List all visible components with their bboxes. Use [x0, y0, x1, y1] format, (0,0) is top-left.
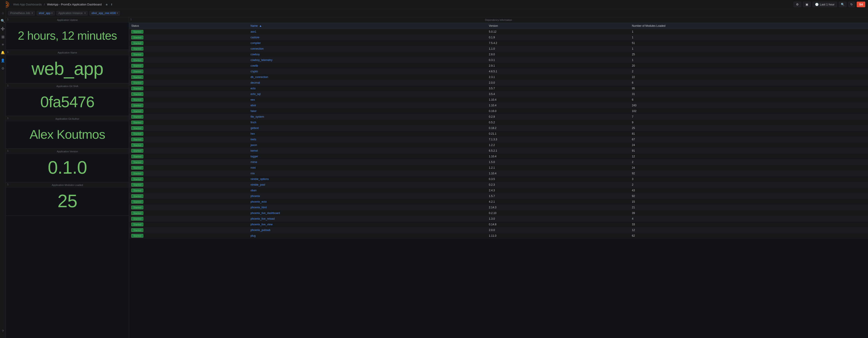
settings-button[interactable]: ⚙	[794, 2, 801, 7]
modules-cell: 4	[630, 216, 868, 222]
modules-cell: 12	[630, 227, 868, 233]
table-row: Startedcowboy2.8.025	[129, 52, 868, 57]
sidebar-settings-icon[interactable]: ⚙	[0, 66, 5, 71]
status-cell: Started	[129, 142, 248, 148]
status-badge: Started	[131, 211, 143, 215]
application-instance-label: Application Instance	[58, 11, 83, 15]
version-cell: 4.6.5.1	[487, 69, 630, 74]
table-row: Startedlogger1.10.412	[129, 154, 868, 159]
status-badge: Started	[131, 87, 143, 90]
share-icon[interactable]: ⬆	[111, 3, 113, 6]
table-row: Startedecto_sql3.5.431	[129, 91, 868, 97]
modules-cell: 33	[630, 222, 868, 227]
breadcrumb-home[interactable]: Web App Dashboards	[13, 3, 42, 6]
uptime-panel-content: 2 hours, 12 minutes	[6, 23, 129, 50]
version-cell: 2.0.0	[487, 80, 630, 86]
table-row: Startedmix1.10.492	[129, 171, 868, 176]
modules-cell: 31	[630, 91, 868, 97]
git-author-value: Alex Koutmos	[30, 128, 105, 141]
modules-value: 25	[58, 192, 77, 210]
zoom-out-button[interactable]: 🔍	[839, 2, 846, 7]
name-cell: phoenix_live_reload	[248, 216, 487, 222]
elixir-app-filter[interactable]: elixir_app ▾	[37, 11, 54, 16]
status-cell: Started	[129, 148, 248, 154]
status-cell: Started	[129, 165, 248, 171]
topbar-right: ⚙ ▣ 🕐 Last 1 hour 🔍 ↻ S4	[794, 2, 865, 7]
version-cell: 5.0.12	[487, 29, 630, 35]
status-badge: Started	[131, 138, 143, 141]
status-cell: Started	[129, 182, 248, 188]
modules-cell: 95	[630, 86, 868, 91]
dependency-table-container[interactable]: Status Name ▲ Version Number of Modules …	[129, 23, 868, 338]
status-badge: Started	[131, 64, 143, 67]
sidebar-add-icon[interactable]: ➕	[0, 26, 6, 31]
status-badge: Started	[131, 47, 143, 51]
dependency-panel-index: 1	[130, 18, 132, 21]
git-sha-panel-content: 0fa5476	[6, 89, 129, 116]
version-cell: 4.2.1	[487, 199, 630, 205]
status-badge: Started	[131, 217, 143, 221]
app-name-panel-header: Application Name	[6, 50, 129, 55]
version-cell: 2.14.3	[487, 205, 630, 210]
name-cell: oban	[248, 188, 487, 193]
time-range-label: Last 1 hour	[820, 3, 835, 6]
col-status-header[interactable]: Status	[129, 23, 248, 29]
name-cell: cowboy	[248, 52, 487, 57]
col-version-header[interactable]: Version	[487, 23, 630, 29]
uptime-panel-index: 1	[7, 18, 9, 21]
left-panels: 1 Application Uptime 2 hours, 12 minutes…	[6, 17, 129, 338]
version-cell: 0.3.5	[487, 176, 630, 182]
name-cell: mime	[248, 159, 487, 165]
version-cell: 2.3.1	[487, 74, 630, 80]
status-badge: Started	[131, 183, 143, 187]
status-badge: Started	[131, 149, 143, 152]
sidebar-alerting-icon[interactable]: 🔔	[0, 50, 6, 55]
table-row: Startedkernel6.5.2.191	[129, 148, 868, 154]
table-row: Startedfile_system0.2.97	[129, 114, 868, 120]
git-author-panel-header: Application Git Author	[6, 116, 129, 121]
uptime-panel-header: Application Uptime	[6, 17, 129, 23]
sidebar-dashboards-icon[interactable]: ▦	[0, 34, 5, 39]
sidebar-search-icon[interactable]: 🔍	[0, 18, 6, 23]
version-cell: 1.10.4	[487, 171, 630, 176]
name-cell: faker	[248, 108, 487, 114]
table-row: Startednimble_pool0.2.32	[129, 182, 868, 188]
status-cell: Started	[129, 108, 248, 114]
refresh-button[interactable]: ↻	[848, 2, 855, 7]
version-cell: 0.16.0	[487, 108, 630, 114]
elixir-app-chevron: ▾	[52, 12, 53, 14]
status-cell: Started	[129, 86, 248, 91]
name-cell: gettext	[248, 125, 487, 131]
time-range-button[interactable]: 🕐 Last 1 hour	[812, 2, 837, 7]
elixir-app-one-filter[interactable]: elixir_app_one:4000 ▾	[89, 11, 120, 16]
version-cell: 0.21.1	[487, 131, 630, 137]
status-cell: Started	[129, 227, 248, 233]
version-cell: 0.18.2	[487, 125, 630, 131]
status-badge: Started	[131, 115, 143, 118]
status-badge: Started	[131, 172, 143, 175]
sidebar-user-icon[interactable]: 👤	[0, 58, 6, 63]
user-avatar[interactable]: S4	[857, 2, 865, 7]
version-cell: 0.3.1	[487, 57, 630, 63]
tv-mode-button[interactable]: ▣	[803, 2, 811, 7]
status-cell: Started	[129, 137, 248, 142]
sidebar-help-icon[interactable]: ?	[1, 328, 4, 334]
modules-cell: 12	[630, 154, 868, 159]
version-cell: 1.1.0	[487, 46, 630, 52]
col-name-header[interactable]: Name ▲	[248, 23, 487, 29]
modules-cell: 7	[630, 114, 868, 120]
star-icon[interactable]: ★	[105, 3, 108, 6]
status-badge: Started	[131, 126, 143, 130]
status-cell: Started	[129, 69, 248, 74]
sidebar-explore-icon[interactable]: ☀	[0, 42, 5, 47]
status-cell: Started	[129, 80, 248, 86]
prometheus-job-filter[interactable]: Prometheus Job ▾	[8, 11, 35, 16]
status-badge: Started	[131, 132, 143, 136]
name-cell: phoenix_html	[248, 205, 487, 210]
name-cell: mint	[248, 165, 487, 171]
elixir-app-one-value: elixir_app_one:4000	[91, 11, 116, 15]
name-cell: inets	[248, 137, 487, 142]
sidebar-home-icon[interactable]: ⌂	[1, 10, 5, 16]
application-instance-filter[interactable]: Application Instance ▾	[56, 11, 88, 16]
col-modules-header[interactable]: Number of Modules Loaded	[630, 23, 868, 29]
